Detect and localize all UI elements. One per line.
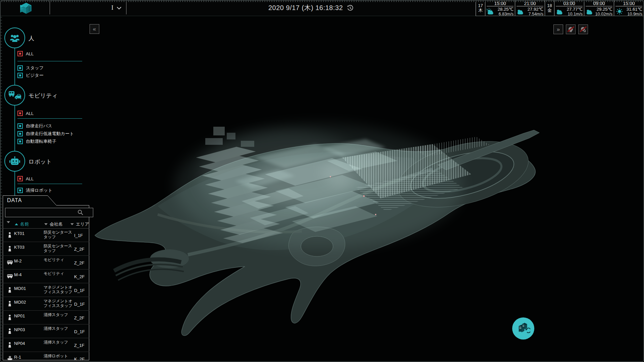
table-row[interactable]: NP04 清掃スタッフ Z_1F (3, 338, 89, 352)
forecast-slot: 15:00 28.25℃ 6.83m/s (485, 0, 515, 16)
table-row[interactable]: M-4 モビリティ K_2F (3, 269, 89, 283)
sort-desc-icon (44, 223, 48, 225)
column-label: 会社名 (50, 221, 63, 227)
filter-all-dropdown[interactable] (7, 221, 10, 223)
checkbox-checked[interactable] (17, 65, 23, 71)
entity-company: モビリティ (44, 257, 72, 262)
sunny-icon (615, 8, 624, 15)
history-clock-icon[interactable] (347, 5, 354, 11)
checkbox-checked-red[interactable] (17, 111, 23, 116)
robot-icon (9, 156, 20, 166)
filter-people-staff[interactable]: スタッフ (17, 65, 44, 71)
weather-day-label: 18 金 (545, 0, 554, 16)
category-mobility-button[interactable] (4, 85, 25, 106)
entity-company: 清掃スタッフ (44, 326, 72, 331)
entity-company: 防災センタースタッフ (44, 230, 72, 239)
mobility-icon (8, 91, 21, 100)
entity-company: マネジメントオフィススタッフ (44, 285, 72, 294)
filter-label: スタッフ (26, 65, 44, 71)
entity-company: 清掃スタッフ (44, 312, 72, 317)
checkbox-checked[interactable] (17, 188, 23, 193)
entity-area: Z_1F (74, 343, 84, 348)
entity-company: マネジメントオフィススタッフ (44, 299, 72, 308)
bus-icon (7, 274, 13, 279)
weather-forecast-bar: 17 木 15:00 28.25℃ 6.83m/s 21:00 27.92℃ 7… (476, 0, 644, 16)
filter-mobility-all[interactable]: ALL (17, 111, 34, 116)
entity-company: 清掃スタッフ (44, 340, 72, 345)
column-header-name[interactable]: 名前 (15, 221, 29, 227)
filter-people-all[interactable]: ALL (17, 51, 34, 56)
checkbox-checked[interactable] (17, 73, 23, 78)
forecast-slot: 15:00 31.61℃ 10.9m/s (614, 0, 644, 16)
entity-area: Z_2F (74, 247, 84, 252)
table-row[interactable]: M-2 モビリティ Z_2F (3, 256, 89, 269)
data-table-body: KT01 防災センタースタッフ I_1F KT03 防災センタースタッフ Z_2… (3, 228, 89, 360)
day-date: 17 (478, 3, 483, 8)
filter-mobility-bus[interactable]: 自律走行バス (17, 123, 52, 129)
entity-name: R-1 (14, 355, 21, 360)
filter-label: 自律走行バス (26, 123, 52, 129)
person-icon (7, 246, 13, 252)
view-mode-select[interactable]: I (111, 0, 121, 16)
overlay-toggle-button-1[interactable] (566, 24, 576, 34)
search-icon (77, 209, 83, 215)
entity-area: K_2F (74, 357, 85, 360)
forecast-slot: 09:00 29.25℃ 10.02m/s (584, 0, 614, 16)
entity-name: NP01 (14, 313, 25, 318)
entity-area: K_2F (74, 274, 85, 279)
checkbox-checked[interactable] (17, 131, 23, 136)
person-icon (7, 232, 13, 238)
entity-name: NP04 (14, 341, 25, 346)
table-row[interactable]: R-1 清掃ロボット K_2F (3, 352, 89, 360)
category-robot-button[interactable] (4, 151, 25, 172)
table-row[interactable]: NP03 清掃スタッフ D_1F (3, 324, 89, 338)
entity-area: Z_2F (74, 260, 84, 265)
sort-asc-icon (15, 223, 18, 225)
filter-people-visitor[interactable]: ビジター (17, 73, 44, 78)
building-complex (174, 124, 490, 248)
filter-label: 自動運転車椅子 (26, 138, 56, 144)
checkbox-checked-red[interactable] (17, 51, 23, 56)
filter-label: 清掃ロボット (26, 187, 52, 193)
forecast-slot: 03:00 27.77℃ 10.1m/s (554, 0, 584, 16)
overlay-toggle-button-2[interactable] (578, 24, 588, 34)
filter-label: ALL (26, 111, 34, 116)
panel-expand-button[interactable]: » (553, 24, 563, 34)
person-icon (7, 301, 13, 307)
day-weekday: 金 (547, 8, 552, 13)
column-header-company[interactable]: 会社名 (44, 221, 63, 227)
sidebar-collapse-button[interactable]: « (90, 24, 99, 34)
filter-robot-cleaning[interactable]: 清掃ロボット (17, 188, 52, 193)
chevron-down-icon (7, 221, 10, 223)
table-row[interactable]: KT01 防災センタースタッフ I_1F (3, 228, 89, 242)
filter-robot-all[interactable]: ALL (17, 176, 34, 181)
checkbox-checked[interactable] (17, 123, 23, 129)
top-bar: I 2020 9/17 (木) 16:18:32 17 木 15:00 28.2… (0, 0, 644, 16)
person-icon (7, 315, 13, 320)
datetime-label: 2020 9/17 (木) 16:18:32 (268, 3, 343, 12)
column-header-area[interactable]: エリア (70, 221, 89, 227)
filter-mobility-wheelchair[interactable]: 自動運転車椅子 (17, 139, 56, 144)
filter-mobility-cart[interactable]: 自律走行低速電動カート (17, 131, 74, 136)
partly-cloudy-icon (516, 8, 525, 15)
entity-area: D_1F (74, 288, 85, 293)
table-row[interactable]: MO01 マネジメントオフィススタッフ D_1F (3, 283, 89, 297)
category-people-button[interactable] (4, 27, 25, 48)
chevron-down-icon (117, 7, 121, 9)
reset-view-button[interactable] (512, 317, 534, 340)
checkbox-checked-red[interactable] (17, 176, 23, 181)
entity-area: D_1F (74, 302, 85, 307)
checkbox-checked[interactable] (17, 139, 23, 144)
day-weekday: 木 (478, 8, 483, 13)
table-row[interactable]: MO02 マネジメントオフィススタッフ D_1F (3, 297, 89, 311)
partly-cloudy-icon (555, 8, 565, 15)
entity-company: 清掃ロボット (44, 354, 72, 358)
3d-viewport[interactable] (0, 0, 644, 362)
filter-label: 自律走行低速電動カート (26, 131, 74, 137)
table-row[interactable]: NP01 清掃スタッフ Z_2F (3, 311, 89, 324)
left-edge-texture (1, 17, 2, 361)
table-row[interactable]: KT03 防災センタースタッフ Z_2F (3, 242, 89, 256)
bus-icon (7, 260, 13, 265)
entity-name: KT01 (14, 231, 24, 236)
filter-label: ビジター (26, 72, 44, 78)
